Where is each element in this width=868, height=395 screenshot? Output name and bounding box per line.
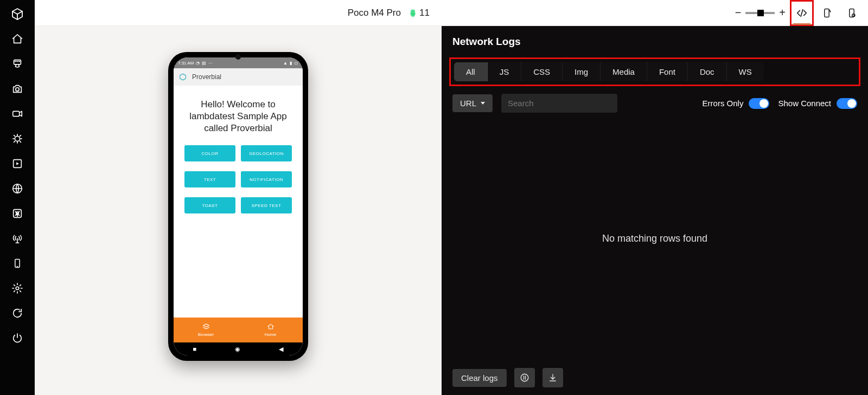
download-button[interactable] [542, 368, 563, 387]
phone-action-button[interactable]: NOTIFICATION [241, 171, 292, 187]
filter-tab-doc[interactable]: Doc [688, 62, 727, 81]
left-sidebar [0, 0, 35, 395]
workspace: 7:31 AM ◔ ▤ ⋯ ▲ ▮ ▭ [35, 26, 868, 395]
back-button[interactable]: ◀ [279, 346, 283, 353]
phone-action-button[interactable]: SPEED TEST [241, 197, 292, 213]
debug-icon[interactable] [11, 132, 24, 145]
svg-rect-0 [14, 60, 21, 64]
phone-action-button[interactable]: TEXT [184, 171, 235, 187]
home-icon [267, 323, 275, 331]
filter-tab-media[interactable]: Media [601, 62, 647, 81]
pause-button[interactable] [514, 368, 535, 387]
filter-tab-ws[interactable]: WS [727, 62, 764, 81]
device-icon[interactable] [11, 257, 24, 270]
show-connect-label: Show Connect [778, 99, 831, 108]
os-badge: 11 [409, 8, 430, 18]
zoom-control[interactable]: − + [735, 7, 786, 19]
welcome-text: Hello! Welcome to lambdatest Sample App … [189, 99, 287, 134]
device-name-label: Poco M4 Pro [348, 8, 401, 18]
phone-frame: 7:31 AM ◔ ▤ ⋯ ▲ ▮ ▭ [168, 52, 308, 361]
home-button[interactable]: ◉ [235, 346, 240, 353]
device-switch-button[interactable] [843, 4, 860, 22]
svg-point-3 [15, 136, 20, 141]
main-area: Poco M4 Pro 11 − + [35, 0, 868, 395]
phone-status-icon: ▤ [202, 61, 206, 66]
svg-point-10 [411, 11, 412, 11]
phone-camera-notch [235, 54, 241, 60]
top-bar: Poco M4 Pro 11 − + [35, 0, 868, 26]
phone-screen[interactable]: 7:31 AM ◔ ▤ ⋯ ▲ ▮ ▭ [174, 57, 303, 355]
app-title: Proverbial [192, 73, 221, 81]
bottom-nav-label: Home [265, 332, 276, 337]
phone-status-icon: ⋯ [208, 61, 213, 66]
phone-button-grid: COLOR GEOLOCATION TEXT NOTIFICATION TOAS… [182, 145, 294, 213]
globe-icon[interactable] [11, 182, 24, 195]
filter-tab-font[interactable]: Font [647, 62, 688, 81]
search-input[interactable] [501, 94, 617, 113]
phone-action-button[interactable]: GEOLOCATION [241, 145, 292, 161]
phone-content: Hello! Welcome to lambdatest Sample App … [174, 86, 303, 318]
settings-gear-icon[interactable] [11, 282, 24, 295]
svg-rect-12 [825, 9, 829, 17]
refresh-icon[interactable] [11, 307, 24, 320]
devtools-button[interactable] [793, 4, 810, 22]
phone-action-button[interactable]: TOAST [184, 197, 235, 213]
power-icon[interactable] [11, 332, 24, 345]
app-logo-icon [179, 73, 187, 81]
android-icon [409, 9, 417, 17]
recent-apps-button[interactable]: ■ [193, 346, 197, 352]
empty-state-message: No matching rows found [602, 233, 707, 244]
play-square-icon[interactable] [11, 157, 24, 170]
svg-rect-13 [850, 9, 854, 17]
svg-point-11 [413, 11, 414, 11]
phone-system-nav: ■ ◉ ◀ [174, 342, 303, 355]
filter-tab-js[interactable]: JS [488, 62, 522, 81]
phone-action-button[interactable]: COLOR [184, 145, 235, 161]
battery-icon: ▭ [294, 61, 298, 66]
filter-tab-img[interactable]: Img [563, 62, 601, 81]
network-logs-body: No matching rows found [442, 117, 868, 360]
url-scope-label: URL [460, 99, 476, 108]
network-logs-footer: Clear logs [442, 360, 868, 395]
logo-icon[interactable] [11, 8, 24, 21]
home-icon[interactable] [11, 33, 24, 46]
network-tower-icon[interactable] [11, 232, 24, 245]
filter-highlight-box: All JS CSS Img Media Font Doc WS [449, 57, 860, 86]
bottom-nav-browser[interactable]: Browser [174, 318, 238, 342]
errors-only-toggle[interactable] [749, 98, 769, 109]
clear-logs-button[interactable]: Clear logs [452, 369, 507, 387]
video-icon[interactable] [11, 107, 24, 120]
device-preview-area: 7:31 AM ◔ ▤ ⋯ ▲ ▮ ▭ [35, 26, 442, 395]
phone-status-icon: ◔ [196, 61, 200, 66]
apps-icon[interactable] [11, 57, 24, 70]
filter-tabs: All JS CSS Img Media Font Doc WS [454, 62, 764, 81]
bottom-nav-home[interactable]: Home [238, 318, 303, 342]
show-connect-toggle[interactable] [837, 98, 857, 109]
search-row: URL Errors Only Show Connect [442, 94, 868, 117]
svg-point-15 [521, 374, 528, 381]
zoom-in-icon[interactable]: + [779, 7, 786, 19]
svg-point-9 [16, 287, 19, 290]
network-logs-panel: Network Logs All JS CSS Img Media Font D… [442, 26, 868, 395]
show-connect-toggle-group: Show Connect [778, 98, 857, 109]
phone-bottom-nav: Browser Home [174, 318, 303, 342]
phone-time: 7:31 AM [178, 61, 194, 66]
svg-point-1 [16, 88, 19, 91]
layers-icon [202, 323, 210, 331]
welcome-line: called Proverbial [189, 122, 287, 134]
svg-point-14 [852, 14, 855, 16]
bottom-nav-label: Browser [198, 332, 214, 337]
filter-tab-all[interactable]: All [454, 62, 488, 81]
caret-down-icon [481, 102, 485, 105]
filter-tab-css[interactable]: CSS [521, 62, 563, 81]
device-cast-button[interactable] [818, 4, 835, 22]
location-icon[interactable] [11, 207, 24, 220]
svg-rect-2 [13, 111, 20, 116]
url-scope-dropdown[interactable]: URL [452, 94, 493, 112]
camera-icon[interactable] [11, 82, 24, 95]
welcome-line: Hello! Welcome to [189, 99, 287, 111]
zoom-slider[interactable] [745, 12, 775, 14]
zoom-out-icon[interactable]: − [735, 7, 742, 19]
phone-app-bar: Proverbial [174, 68, 303, 86]
signal-icon: ▮ [290, 61, 292, 66]
